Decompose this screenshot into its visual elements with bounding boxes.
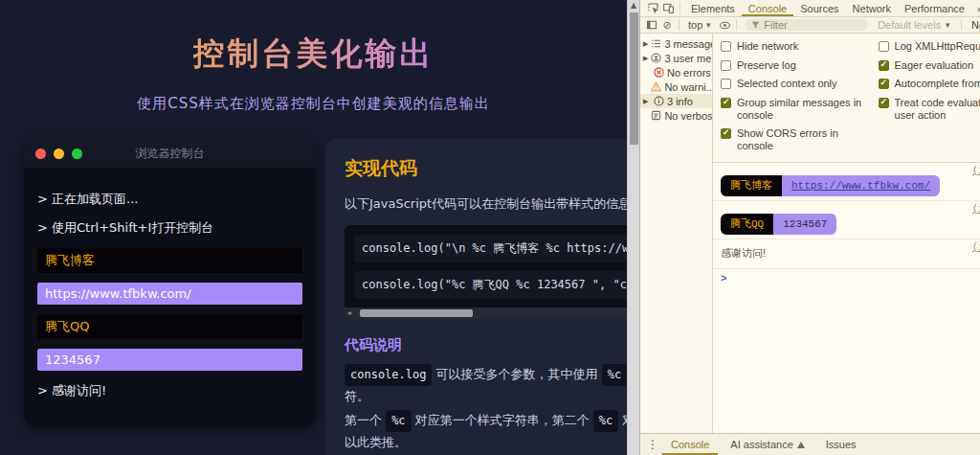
checkbox-icon[interactable] bbox=[879, 60, 889, 71]
horizontal-scrollbar[interactable]: ◂ ▸ bbox=[345, 307, 627, 319]
settings-column-1: Hide network Preserve log Selected conte… bbox=[721, 40, 879, 158]
checkbox-treat-code-eval[interactable]: Treat code evaluation as user action bbox=[879, 97, 980, 121]
page-header: 控制台美化输出 使用CSS样式在浏览器控制台中创建美观的信息输出 bbox=[0, 0, 627, 113]
scrollbar-thumb[interactable] bbox=[360, 309, 473, 317]
drawer-tab-issues[interactable]: Issues bbox=[817, 434, 865, 455]
checkbox-label: Hide network bbox=[737, 40, 798, 53]
section-heading-explain: 代码说明 bbox=[345, 336, 627, 354]
checkbox-label: Treat code evaluation as user action bbox=[895, 97, 980, 121]
checkbox-icon[interactable] bbox=[879, 41, 889, 52]
checkbox-log-xhr[interactable]: Log XMLHttpRequests bbox=[879, 40, 980, 53]
checkbox-icon[interactable] bbox=[721, 98, 731, 108]
drawer-tab-label: AI assistance bbox=[730, 439, 792, 450]
sidebar-item-user-messages[interactable]: ▶ 3 user me... bbox=[640, 51, 712, 65]
sidebar-label: No verbose bbox=[664, 110, 712, 122]
warning-icon bbox=[651, 81, 661, 93]
code-section-card: 实现代码 以下JavaScript代码可以在控制台输出带样式的信息: conso… bbox=[325, 139, 627, 455]
inline-code-chip: console.log bbox=[345, 364, 432, 386]
url-link[interactable]: https://www.tfbkw.com/ bbox=[791, 180, 930, 192]
console-message: (index):301 腾飞QQ1234567 bbox=[713, 201, 980, 239]
checkbox-icon[interactable] bbox=[721, 79, 731, 89]
console-sidebar: ▶ 3 messages ▶ 3 user me... ▶ No errors … bbox=[640, 34, 713, 433]
issues-counter[interactable]: No Issues bbox=[966, 19, 980, 31]
expand-arrow-icon[interactable]: ▶ bbox=[643, 98, 650, 105]
styled-message: 腾飞博客https://www.tfbkw.com/ bbox=[721, 178, 980, 193]
divider bbox=[736, 19, 737, 31]
drawer-tab-console[interactable]: Console bbox=[662, 434, 718, 455]
filter-placeholder: Filter bbox=[764, 19, 787, 31]
source-link[interactable]: (index):301 bbox=[972, 204, 980, 215]
tab-elements[interactable]: Elements bbox=[684, 0, 742, 16]
styled-output-dark: 腾飞QQ bbox=[37, 314, 302, 339]
source-link[interactable]: (index):303 bbox=[972, 242, 980, 253]
code-block: console.log("\n %c 腾飞博客 %c https://www.t… bbox=[345, 225, 627, 319]
chevron-down-icon: ▼ bbox=[704, 21, 712, 30]
checkbox-eager-eval[interactable]: Eager evaluation bbox=[879, 59, 980, 72]
console-line: > 感谢访问! bbox=[37, 382, 302, 399]
info-icon bbox=[653, 96, 664, 107]
sidebar-item-errors[interactable]: ▶ No errors bbox=[640, 65, 712, 80]
checkbox-icon[interactable] bbox=[721, 60, 731, 71]
source-link[interactable]: (index):298 bbox=[972, 166, 980, 176]
checkbox-hide-network[interactable]: Hide network bbox=[721, 40, 879, 53]
checkbox-show-cors[interactable]: Show CORS errors in console bbox=[721, 127, 879, 151]
checkbox-icon[interactable] bbox=[721, 41, 731, 52]
drawer-kebab-icon[interactable]: ⋮ bbox=[647, 438, 658, 451]
clear-console-icon[interactable]: ⊘ bbox=[659, 17, 675, 33]
checkbox-selected-context[interactable]: Selected context only bbox=[721, 78, 879, 90]
checkbox-group-similar[interactable]: Group similar messages in console bbox=[721, 97, 879, 121]
message-text: 感谢访问! bbox=[721, 246, 980, 261]
checkbox-icon[interactable] bbox=[879, 98, 889, 108]
drawer-tab-ai-assistance[interactable]: AI assistance bbox=[722, 434, 813, 455]
scroll-up-icon[interactable]: ▲ bbox=[628, 1, 639, 10]
console-mockup-title: 浏览器控制台 bbox=[24, 146, 316, 162]
sidebar-item-info[interactable]: ▶ 3 info bbox=[640, 94, 712, 108]
section-heading-code: 实现代码 bbox=[345, 156, 627, 181]
device-toolbar-icon[interactable] bbox=[660, 1, 676, 16]
inline-code-chip: %c bbox=[593, 410, 618, 432]
console-mockup-body: > 正在加载页面... > 使用Ctrl+Shift+I打开控制台 腾飞博客 h… bbox=[24, 168, 316, 426]
expand-arrow-icon[interactable]: ▶ bbox=[643, 40, 648, 48]
default-levels-dropdown[interactable]: Default levels▼ bbox=[872, 19, 957, 31]
filter-input[interactable]: Filter bbox=[745, 19, 868, 31]
checkbox-autocomplete-history[interactable]: Autocomplete from history bbox=[879, 78, 980, 90]
checkbox-label: Autocomplete from history bbox=[895, 78, 980, 90]
styled-output-purple: https://www.tfbkw.com/ bbox=[37, 283, 302, 305]
sidebar-item-messages[interactable]: ▶ 3 messages bbox=[640, 36, 712, 51]
console-toolbar: ⊘ top▼ Filter Default levels▼ No Issues … bbox=[640, 17, 980, 34]
scroll-left-icon[interactable]: ◂ bbox=[347, 308, 351, 317]
tab-sources[interactable]: Sources bbox=[793, 0, 845, 16]
console-message: (index):298 腾飞博客https://www.tfbkw.com/ bbox=[713, 163, 980, 201]
context-selector[interactable]: top▼ bbox=[683, 19, 717, 31]
scrollbar-thumb[interactable] bbox=[630, 12, 638, 145]
list-icon bbox=[651, 38, 661, 50]
tab-performance[interactable]: Performance bbox=[898, 0, 971, 16]
divider bbox=[679, 3, 680, 14]
page-scrollbar[interactable]: ▲ bbox=[627, 0, 639, 455]
console-prompt[interactable]: > bbox=[713, 269, 980, 288]
inspect-element-icon[interactable] bbox=[645, 1, 660, 16]
checkbox-icon[interactable] bbox=[721, 128, 731, 139]
styled-output-dark: 腾飞博客 bbox=[37, 248, 302, 273]
tab-network[interactable]: Network bbox=[846, 0, 898, 16]
sidebar-toggle-icon[interactable] bbox=[644, 17, 659, 33]
checkbox-icon[interactable] bbox=[879, 79, 889, 89]
checkbox-label: Show CORS errors in console bbox=[737, 127, 871, 151]
badge-dark: 腾飞QQ bbox=[721, 214, 773, 235]
sidebar-label: No errors bbox=[667, 67, 711, 79]
sidebar-item-warnings[interactable]: ▶ No warni... bbox=[640, 80, 712, 94]
more-tabs-icon[interactable]: » bbox=[971, 3, 980, 14]
experiment-icon bbox=[797, 442, 805, 448]
devtools-panel: Elements Console Sources Network Perform… bbox=[639, 0, 980, 455]
console-message: (index):303 感谢访问! bbox=[713, 239, 980, 269]
checkbox-preserve-log[interactable]: Preserve log bbox=[721, 59, 879, 72]
tab-console[interactable]: Console bbox=[742, 0, 793, 16]
live-expression-eye-icon[interactable] bbox=[717, 17, 732, 33]
page-main: 浏览器控制台 > 正在加载页面... > 使用Ctrl+Shift+I打开控制台… bbox=[0, 113, 627, 455]
divider bbox=[679, 19, 679, 31]
webpage: 控制台美化输出 使用CSS样式在浏览器控制台中创建美观的信息输出 浏览器控制台 … bbox=[0, 0, 627, 455]
inline-code-chip: %c bbox=[386, 410, 411, 432]
explain-text: 对应第一个样式字符串，第二个 bbox=[412, 413, 593, 427]
expand-arrow-icon[interactable]: ▶ bbox=[643, 55, 648, 62]
sidebar-item-verbose[interactable]: ▶ No verbose bbox=[640, 108, 712, 123]
